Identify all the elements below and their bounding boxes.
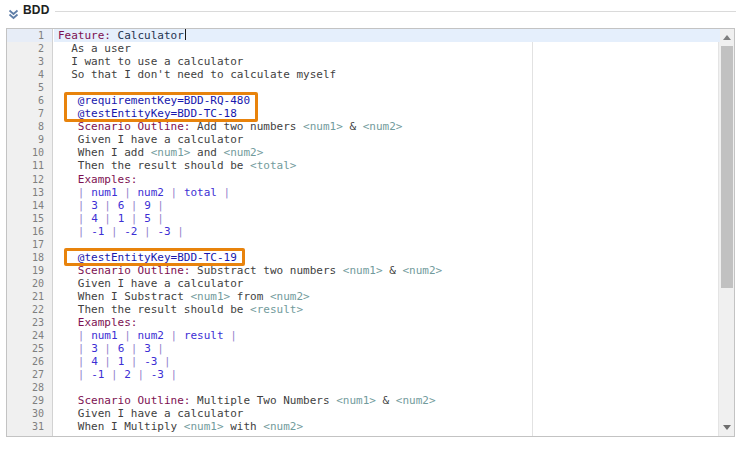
code-segment-pipe: | <box>98 342 118 355</box>
code-segment-txt: & <box>343 120 363 133</box>
code-segment-pipe: | <box>98 199 118 212</box>
code-segment-cell: result <box>184 329 224 342</box>
line-number: 13 <box>7 186 52 199</box>
line-number: 22 <box>7 303 52 316</box>
code-segment-pipe: | <box>171 225 184 238</box>
code-line: @requirementKey=BDD-RQ-480 <box>54 94 720 107</box>
vertical-scrollbar[interactable] <box>718 29 734 436</box>
line-number-gutter: 1234567891011121314151617181920212223242… <box>7 29 53 436</box>
line-number: 15 <box>7 212 52 225</box>
code-segment-cell: total <box>184 186 217 199</box>
bdd-feature-editor-view: BDD 123456789101112131415161718192021222… <box>0 0 736 451</box>
line-number: 9 <box>7 133 52 146</box>
code-segment-cell: num1 <box>91 329 118 342</box>
code-segment-kw: Scenario Outline: <box>58 120 190 133</box>
code-line: | -1 | -2 | -3 | <box>54 225 720 238</box>
code-segment-cell: 3 <box>91 342 98 355</box>
code-line: @testEntityKey=BDD-TC-18 <box>54 107 720 120</box>
code-line: | 4 | 1 | -3 | <box>54 355 720 368</box>
code-segment-pipe: | <box>124 199 144 212</box>
line-number: 25 <box>7 342 52 355</box>
code-line: Examples: <box>54 173 720 186</box>
line-number: 6 <box>7 94 52 107</box>
section-separator-rule <box>55 11 736 12</box>
line-number: 23 <box>7 316 52 329</box>
code-line: Scenario Outline: Add two numbers <num1>… <box>54 120 720 133</box>
line-number: 14 <box>7 199 52 212</box>
code-line: Feature: Calculator <box>54 29 720 42</box>
code-segment-cell: -3 <box>151 368 164 381</box>
code-segment-pipe: | <box>98 212 118 225</box>
code-segment-title: Calculator <box>111 29 184 42</box>
code-segment-pipe: | <box>124 342 144 355</box>
code-segment-tag: @requirementKey=BDD-RQ-480 <box>58 94 250 107</box>
code-segment-pipe: | <box>151 342 164 355</box>
code-segment-txt: Multiple Two Numbers <box>190 394 336 407</box>
code-segment-pipe: | <box>151 212 164 225</box>
code-line: Given I have a calculator <box>54 407 720 420</box>
code-line: Then the result should be <total> <box>54 159 720 172</box>
code-segment-tag: @testEntityKey=BDD-TC-18 <box>58 107 237 120</box>
code-segment-pipe: | <box>58 225 91 238</box>
code-segment-param: <num1> <box>190 290 230 303</box>
code-segment-param: <num1> <box>184 420 224 433</box>
scroll-up-button[interactable] <box>719 29 735 46</box>
line-number: 18 <box>7 251 52 264</box>
code-segment-param: <num2> <box>402 264 442 277</box>
code-segment-txt: Substract two numbers <box>190 264 342 277</box>
code-line <box>54 81 720 94</box>
code-segment-param: <result> <box>250 303 303 316</box>
code-segment-cell: -1 <box>91 225 104 238</box>
scrollbar-thumb[interactable] <box>721 46 733 288</box>
code-line: Given I have a calculator <box>54 133 720 146</box>
line-number: 12 <box>7 173 52 186</box>
line-number: 2 <box>7 42 52 55</box>
code-segment-cell: -1 <box>91 368 104 381</box>
code-segment-txt: from <box>230 290 270 303</box>
code-text-area[interactable]: Feature: Calculator As a user I want to … <box>54 29 720 436</box>
line-number: 5 <box>7 81 52 94</box>
code-lines: Feature: Calculator As a user I want to … <box>54 29 720 433</box>
code-segment-kw: Feature: <box>58 29 111 42</box>
code-segment-cell: 9 <box>144 199 151 212</box>
code-line: | num1 | num2 | total | <box>54 186 720 199</box>
line-number: 8 <box>7 120 52 133</box>
code-line: As a user <box>54 42 720 55</box>
line-number: 1 <box>7 29 52 42</box>
code-segment-kw: Scenario Outline: <box>58 264 190 277</box>
code-segment-param: <num2> <box>363 120 403 133</box>
scroll-down-button[interactable] <box>719 419 735 436</box>
code-segment-pipe: | <box>58 329 91 342</box>
code-segment-pipe: | <box>131 368 151 381</box>
code-line: When I add <num1> and <num2> <box>54 146 720 159</box>
code-segment-pipe: | <box>164 186 184 199</box>
code-segment-pipe: | <box>98 355 118 368</box>
code-segment-txt: Given I have a calculator <box>58 133 243 146</box>
code-segment-txt: When I Substract <box>58 290 190 303</box>
section-title: BDD <box>23 3 50 17</box>
code-segment-txt: and <box>190 146 223 159</box>
section-collapse-chevron-icon[interactable] <box>8 6 19 17</box>
code-segment-param: <num2> <box>263 420 303 433</box>
code-segment-pipe: | <box>58 186 91 199</box>
code-segment-param: <num1> <box>303 120 343 133</box>
line-number: 11 <box>7 159 52 172</box>
line-number: 24 <box>7 329 52 342</box>
code-segment-pipe: | <box>217 186 230 199</box>
line-number: 21 <box>7 290 52 303</box>
feature-file-editor[interactable]: 1234567891011121314151617181920212223242… <box>6 28 735 437</box>
code-segment-kw: Examples: <box>58 316 137 329</box>
code-segment-param: <num2> <box>270 290 310 303</box>
code-segment-cell: 3 <box>91 199 98 212</box>
line-number: 26 <box>7 355 52 368</box>
line-number: 10 <box>7 146 52 159</box>
code-segment-cell: -3 <box>144 355 157 368</box>
code-line: When I Multiply <num1> with <num2> <box>54 420 720 433</box>
code-segment-cell: num1 <box>91 186 118 199</box>
line-number: 4 <box>7 68 52 81</box>
code-segment-kw: Examples: <box>58 173 137 186</box>
code-segment-txt: Then the result should be <box>58 303 250 316</box>
code-segment-pipe: | <box>138 225 158 238</box>
code-line: Then the result should be <result> <box>54 303 720 316</box>
code-segment-param: <num2> <box>396 394 436 407</box>
